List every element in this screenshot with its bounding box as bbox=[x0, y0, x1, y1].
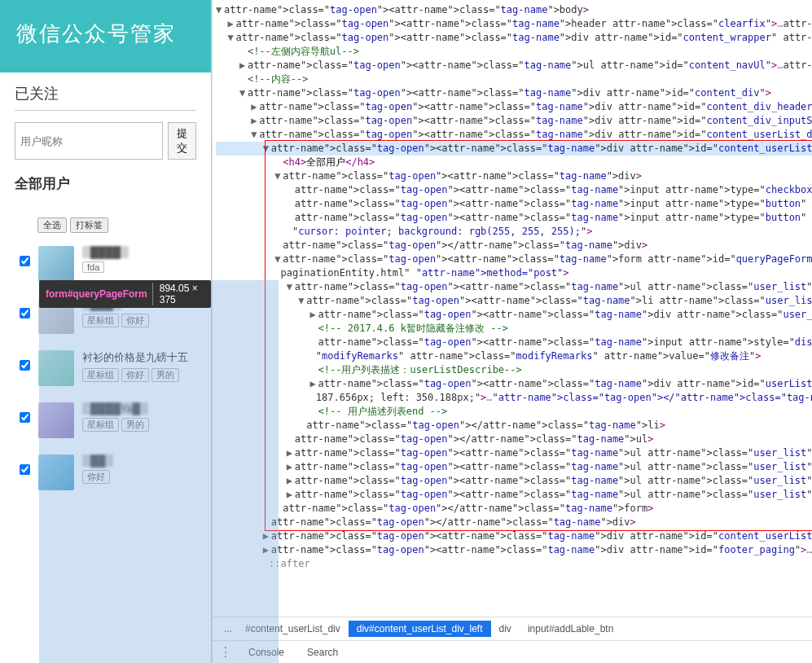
user-tag[interactable]: 你好 bbox=[82, 470, 110, 484]
drawer-tabs: ⋮ Console Search bbox=[213, 640, 812, 663]
avatar bbox=[38, 402, 74, 438]
search-input[interactable] bbox=[15, 122, 163, 160]
user-item: ██ 你好 bbox=[15, 446, 196, 498]
user-tag[interactable]: 星标组 bbox=[82, 368, 119, 382]
breadcrumb-item[interactable]: #content_userList_div bbox=[237, 621, 349, 637]
breadcrumb-overflow[interactable]: ... bbox=[219, 621, 237, 636]
selected-dom-node[interactable]: ▼attr-name">class="tag-open"><attr-name"… bbox=[216, 142, 812, 156]
avatar bbox=[38, 246, 74, 282]
user-tag[interactable]: 星标组 bbox=[82, 314, 119, 327]
user-checkbox[interactable] bbox=[20, 256, 30, 266]
toolbar-fragment: 全选 打标签 bbox=[37, 217, 196, 233]
app-header: 微信公众号管家 bbox=[0, 0, 211, 72]
add-label-button[interactable]: 打标签 bbox=[70, 217, 108, 233]
tooltip-selector: form#queryPageForm bbox=[46, 288, 147, 300]
user-name: 衬衫的价格是九磅十五 bbox=[82, 350, 188, 365]
user-item: 衬衫的价格是九磅十五 星标组 你好 男的 bbox=[15, 342, 196, 394]
breadcrumb-item[interactable]: div#content_userList_div_left bbox=[349, 621, 491, 637]
user-name: ████Ya█ bbox=[82, 402, 148, 415]
devtools-panel: ▼attr-name">class="tag-open"><attr-name"… bbox=[212, 0, 812, 663]
user-tag[interactable]: 你好 bbox=[121, 314, 149, 327]
breadcrumb-item[interactable]: input#addLable_btn bbox=[520, 621, 621, 637]
breadcrumb-item[interactable]: div bbox=[491, 621, 520, 637]
breadcrumb: ... #content_userList_div div#content_us… bbox=[213, 617, 812, 640]
avatar bbox=[38, 350, 74, 386]
user-list: ████ fda ███ 星标组 你好 bbox=[15, 238, 196, 498]
tooltip-dimensions: 894.05 × 375 bbox=[152, 283, 204, 305]
app-title: 微信公众号管家 bbox=[16, 20, 195, 48]
user-tag[interactable]: 星标组 bbox=[82, 418, 119, 432]
all-users-title: 全部用户 bbox=[15, 174, 196, 193]
submit-button[interactable]: 提交 bbox=[168, 122, 196, 160]
dom-tree[interactable]: ▼attr-name">class="tag-open"><attr-name"… bbox=[213, 0, 812, 617]
user-tag[interactable]: 男的 bbox=[121, 418, 149, 432]
user-checkbox[interactable] bbox=[20, 412, 30, 423]
avatar bbox=[38, 454, 74, 490]
user-item: ████Ya█ 星标组 男的 bbox=[15, 394, 196, 446]
user-tag[interactable]: fda bbox=[82, 261, 104, 273]
app-panel: 微信公众号管家 已关注 提交 全部用户 form#queryPageForm 8… bbox=[0, 0, 212, 663]
user-tag[interactable]: 你好 bbox=[121, 368, 149, 382]
kebab-menu-icon[interactable]: ⋮ bbox=[219, 644, 232, 660]
followed-heading: 已关注 bbox=[15, 84, 196, 111]
user-checkbox[interactable] bbox=[20, 464, 30, 475]
select-all-button[interactable]: 全选 bbox=[37, 217, 67, 233]
inspector-tooltip: form#queryPageForm 894.05 × 375 bbox=[39, 280, 211, 308]
search-tab[interactable]: Search bbox=[301, 645, 345, 660]
console-tab[interactable]: Console bbox=[242, 645, 291, 660]
user-checkbox[interactable] bbox=[20, 308, 30, 318]
user-tag[interactable]: 男的 bbox=[151, 368, 179, 382]
user-name: ████ bbox=[82, 246, 129, 258]
user-name: ██ bbox=[82, 454, 113, 467]
user-checkbox[interactable] bbox=[20, 360, 30, 371]
